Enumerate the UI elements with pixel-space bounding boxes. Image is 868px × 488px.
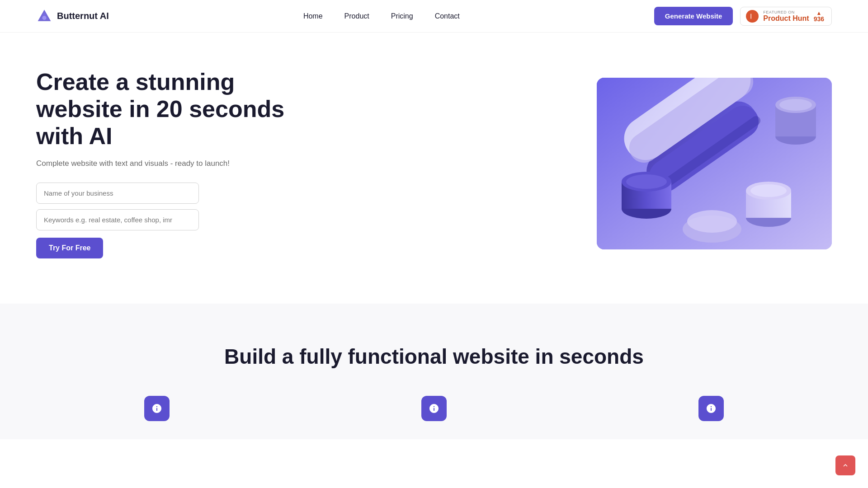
feature-icon-3 (698, 396, 724, 421)
generate-website-button[interactable]: Generate Website (654, 7, 733, 25)
nav-pricing[interactable]: Pricing (391, 12, 413, 20)
product-hunt-text: FEATURED ON Product Hunt (763, 10, 809, 23)
features-headline: Build a fully functional website in seco… (36, 344, 832, 369)
logo-text: Butternut AI (57, 11, 109, 21)
svg-point-18 (750, 184, 787, 197)
svg-point-22 (779, 99, 812, 111)
try-for-free-button[interactable]: Try For Free (36, 238, 103, 258)
nav-right: Generate Website FEATURED ON Product Hun… (654, 7, 832, 26)
nav-contact[interactable]: Contact (435, 12, 460, 20)
hero-headline: Create a stunning website in 20 seconds … (36, 69, 289, 150)
feature-icon-2-svg (429, 403, 439, 414)
nav-product[interactable]: Product (344, 12, 369, 20)
svg-point-2 (42, 16, 47, 20)
logo-icon (36, 8, 52, 24)
hero-section: Create a stunning website in 20 seconds … (0, 33, 868, 304)
hero-image (597, 78, 832, 249)
product-hunt-logo-icon (746, 10, 759, 23)
hero-form: Try For Free (36, 183, 199, 258)
product-hunt-count: ▲ 936 (814, 10, 824, 22)
business-name-input[interactable] (36, 183, 199, 204)
product-hunt-number: 936 (814, 16, 824, 22)
svg-point-24 (687, 210, 737, 233)
product-hunt-badge[interactable]: FEATURED ON Product Hunt ▲ 936 (740, 7, 832, 26)
feature-icon-1-svg (151, 403, 162, 414)
navbar: Butternut AI Home Product Pricing Contac… (0, 0, 868, 33)
product-hunt-featured-label: FEATURED ON (763, 10, 794, 14)
hero-subtitle: Complete website with text and visuals -… (36, 159, 289, 168)
logo-link[interactable]: Butternut AI (36, 8, 109, 24)
keywords-input[interactable] (36, 209, 199, 230)
feature-icon-1 (144, 396, 170, 421)
hero-right (597, 78, 832, 249)
product-hunt-name: Product Hunt (763, 14, 809, 23)
upvote-arrow-icon: ▲ (816, 10, 821, 16)
feature-icon-3-svg (706, 403, 717, 414)
hero-left: Create a stunning website in 20 seconds … (36, 69, 289, 258)
feature-icon-2 (421, 396, 447, 421)
svg-point-14 (626, 174, 667, 189)
hero-illustration (597, 78, 832, 249)
features-row (36, 396, 832, 421)
nav-home[interactable]: Home (303, 12, 323, 20)
svg-point-3 (746, 10, 759, 23)
nav-links: Home Product Pricing Contact (303, 12, 460, 20)
features-section: Build a fully functional website in seco… (0, 304, 868, 439)
svg-point-4 (752, 14, 754, 16)
